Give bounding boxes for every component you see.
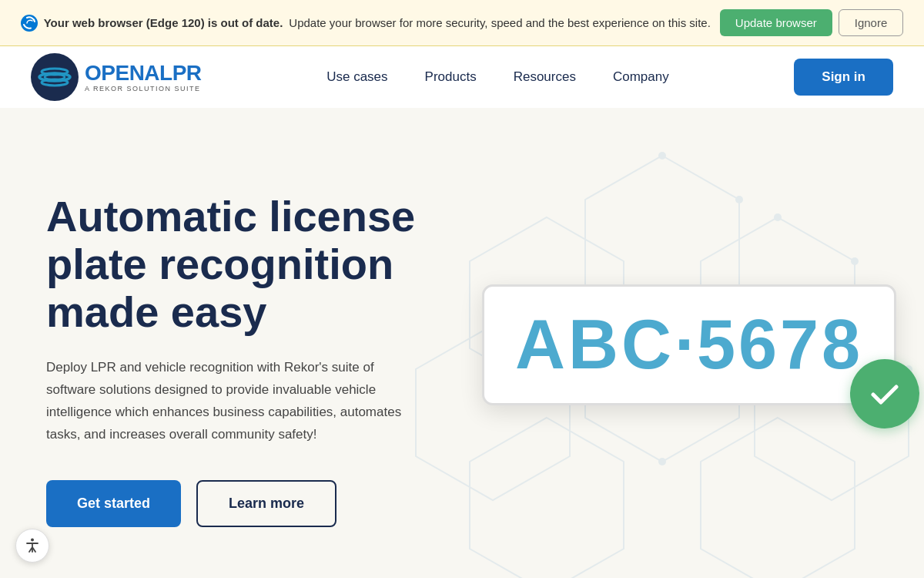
logo[interactable]: OPENALPR A REKOR SOLUTION SUITE bbox=[31, 53, 202, 101]
banner-bold-text: Your web browser (Edge 120) is out of da… bbox=[44, 16, 283, 29]
logo-icon bbox=[31, 53, 79, 101]
svg-point-21 bbox=[658, 458, 666, 465]
logo-subtitle: A REKOR SOLUTION SUITE bbox=[85, 86, 202, 92]
logo-text: OPENALPR A REKOR SOLUTION SUITE bbox=[85, 62, 202, 92]
hero-subtitle: Deploy LPR and vehicle recognition with … bbox=[46, 357, 416, 446]
nav-use-cases[interactable]: Use cases bbox=[326, 69, 387, 85]
edge-icon bbox=[21, 15, 38, 32]
check-badge bbox=[850, 359, 919, 428]
ignore-button[interactable]: Ignore bbox=[839, 9, 904, 36]
nav-links: Use cases Products Resources Company bbox=[326, 69, 669, 85]
banner-buttons: Update browser Ignore bbox=[720, 9, 903, 36]
license-plate-visual: ABC·5678 bbox=[485, 237, 893, 452]
browser-update-banner: Your web browser (Edge 120) is out of da… bbox=[0, 0, 924, 46]
hero-title: Automatic license plate recognition made… bbox=[46, 193, 447, 335]
nav-resources[interactable]: Resources bbox=[514, 69, 576, 85]
logo-name: OPENALPR bbox=[85, 62, 202, 84]
svg-point-16 bbox=[774, 213, 782, 221]
accessibility-icon bbox=[23, 536, 42, 555]
get-started-button[interactable]: Get started bbox=[46, 480, 181, 527]
svg-point-22 bbox=[31, 539, 34, 542]
hero-section: Automatic license plate recognition made… bbox=[0, 108, 924, 578]
accessibility-button[interactable] bbox=[15, 529, 49, 563]
svg-point-15 bbox=[735, 196, 743, 203]
banner-rest-text: Update your browser for more security, s… bbox=[289, 16, 711, 29]
nav-company[interactable]: Company bbox=[613, 69, 669, 85]
learn-more-button[interactable]: Learn more bbox=[196, 480, 336, 527]
svg-point-14 bbox=[658, 152, 666, 160]
plate-number: ABC·5678 bbox=[515, 305, 863, 385]
hero-buttons: Get started Learn more bbox=[46, 480, 447, 527]
license-plate: ABC·5678 bbox=[482, 284, 896, 405]
update-browser-button[interactable]: Update browser bbox=[720, 9, 832, 36]
banner-message: Your web browser (Edge 120) is out of da… bbox=[21, 15, 711, 32]
navbar: OPENALPR A REKOR SOLUTION SUITE Use case… bbox=[0, 46, 924, 108]
hero-content: Automatic license plate recognition made… bbox=[46, 193, 447, 526]
plate-container: ABC·5678 bbox=[482, 284, 896, 405]
nav-products[interactable]: Products bbox=[425, 69, 477, 85]
sign-in-button[interactable]: Sign in bbox=[794, 59, 893, 96]
checkmark-icon bbox=[865, 375, 904, 413]
